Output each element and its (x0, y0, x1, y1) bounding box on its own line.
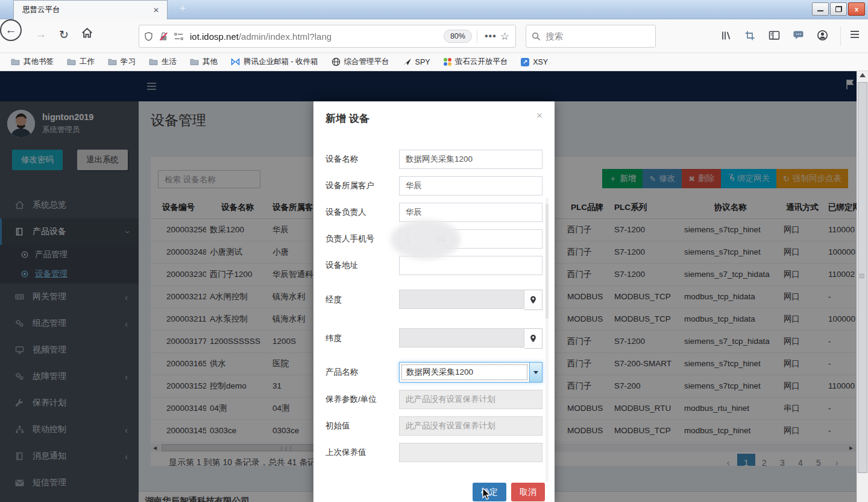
minimize-icon (817, 7, 823, 11)
bookmark-folder-misc[interactable]: 其他 (190, 57, 218, 67)
scroll-up-icon[interactable] (860, 73, 866, 77)
sidebar-toggle-button[interactable] (762, 30, 786, 43)
privacy-blur (391, 220, 461, 259)
forward-button[interactable]: → (33, 28, 49, 41)
browser-titlebar: 思普云平台 ✕ + x (0, 0, 868, 19)
initial-value-input: 此产品没有设置保养计划 (399, 416, 542, 436)
account-icon (817, 30, 828, 41)
library-button[interactable] (714, 30, 738, 43)
latitude-input (399, 328, 524, 348)
reload-button[interactable]: ↻ (55, 28, 72, 42)
url-bar[interactable]: iot.idosp.net/admin/index.html?lang 80% … (139, 25, 516, 48)
tencent-mail-icon (231, 58, 240, 66)
app-viewport: hignton2019 系统管理员 修改密码 退出系统 系统总览 产品设备 ‹ (0, 71, 857, 502)
bookmark-tencent-mail[interactable]: 腾讯企业邮箱 - 收件箱 (231, 57, 318, 67)
home-button[interactable] (78, 27, 95, 42)
clip-tool-button[interactable] (738, 30, 762, 43)
window-close-button[interactable]: x (848, 2, 865, 16)
bookmarks-bar: 其他书签 工作 学习 生活 其他 腾讯企业邮箱 - 收件箱 综合管理平台 SPY… (0, 53, 868, 71)
modal-scrollbar[interactable] (546, 198, 549, 481)
field-initial-value: 初始值 此产品没有设置保养计划 (326, 416, 542, 436)
bookmark-folder-study[interactable]: 学习 (108, 57, 136, 67)
map-pin-icon (530, 334, 536, 343)
bookmark-star-icon[interactable]: ☆ (500, 30, 509, 43)
field-product: 产品名称 数据网关采集1200 (326, 362, 542, 383)
shield-icon (144, 31, 153, 42)
field-owner: 设备负责人 华辰 (326, 203, 542, 222)
window-restore-button[interactable] (830, 2, 847, 16)
folder-icon (190, 58, 199, 66)
hamburger-icon (849, 30, 860, 39)
map-pin-icon (530, 296, 536, 304)
ezviz-icon (444, 58, 451, 66)
home-icon (81, 27, 93, 39)
search-bar[interactable] (526, 25, 656, 48)
cancel-button[interactable]: 取消 (511, 483, 545, 501)
field-maintain-param: 保养参数/单位 此产品没有设置保养计划 (326, 390, 542, 409)
field-last-maintain: 上次保养值 (326, 443, 542, 462)
customer-input[interactable]: 华辰 (399, 176, 542, 195)
window-minimize-button[interactable] (812, 2, 829, 16)
pick-longitude-button[interactable] (524, 290, 542, 310)
owner-input[interactable]: 华辰 (399, 203, 542, 222)
longitude-input (399, 290, 524, 309)
last-maintain-input (399, 443, 542, 462)
bookmark-folder-other[interactable]: 其他书签 (11, 57, 54, 67)
bookmark-ezviz[interactable]: 萤石云开放平台 (444, 57, 508, 67)
sidebar-icon (769, 30, 780, 40)
close-icon: x (855, 5, 858, 13)
crop-icon (744, 30, 755, 41)
mouse-cursor (482, 488, 492, 502)
select-arrow-button[interactable] (529, 363, 542, 382)
browser-tab[interactable]: 思普云平台 ✕ (13, 0, 168, 19)
search-icon (532, 32, 541, 41)
speech-bubble-icon (793, 30, 804, 40)
back-button[interactable]: ← (0, 19, 22, 41)
dart-icon (403, 58, 412, 66)
field-device-name: 设备名称 数据网关采集1200 (326, 150, 542, 169)
caret-down-icon (533, 371, 538, 374)
bookmark-folder-life[interactable]: 生活 (149, 57, 177, 67)
bookmark-mgmt-platform[interactable]: 综合管理平台 (332, 57, 389, 67)
field-latitude: 纬度 (326, 328, 542, 349)
maintain-param-input: 此产品没有设置保养计划 (399, 390, 542, 409)
device-name-input[interactable]: 数据网关采集1200 (399, 150, 542, 169)
library-icon (720, 30, 732, 41)
bookmark-xsy[interactable]: ↗XSY (521, 58, 548, 66)
modal-close-icon[interactable]: × (536, 112, 542, 126)
screen: 思普云平台 ✕ + x ← → ↻ (0, 0, 868, 502)
field-customer: 设备所属客户 华辰 (326, 176, 542, 195)
page-actions-icon[interactable]: ••• (485, 31, 497, 42)
account-button[interactable] (810, 30, 834, 43)
pick-latitude-button[interactable] (524, 328, 542, 349)
page-scrollbar[interactable] (857, 71, 868, 502)
bookmark-folder-work[interactable]: 工作 (67, 57, 95, 67)
zoom-level-badge[interactable]: 80% (444, 30, 472, 43)
browser-toolbar: ← → ↻ iot.idosp.net/admin/index.html?lan… (0, 19, 868, 53)
chat-extension-button[interactable] (786, 30, 810, 43)
product-select[interactable]: 数据网关采集1200 (399, 362, 542, 383)
menu-button[interactable] (843, 30, 867, 42)
folder-icon (108, 58, 117, 66)
folder-icon (149, 58, 158, 66)
new-tab-button[interactable]: + (175, 2, 190, 15)
folder-icon (67, 58, 76, 66)
lock-insecure-icon (159, 31, 169, 42)
bookmark-spy[interactable]: SPY (403, 58, 430, 66)
modal-title: 新增 设备 (326, 112, 370, 126)
tab-title: 思普云平台 (22, 5, 150, 15)
field-longitude: 经度 (326, 290, 542, 310)
add-device-modal: 新增 设备 × 设备名称 数据网关采集1200 设备所属客户 华辰 设备负责人 … (313, 101, 555, 502)
permissions-icon (174, 32, 184, 41)
search-input[interactable] (546, 31, 636, 41)
folder-icon (11, 58, 20, 66)
restore-icon (835, 6, 842, 12)
xsy-icon: ↗ (521, 58, 529, 66)
url-text: iot.idosp.net/admin/index.html?lang (190, 31, 444, 42)
globe-icon (332, 57, 341, 66)
tab-close-icon[interactable]: ✕ (150, 5, 162, 16)
